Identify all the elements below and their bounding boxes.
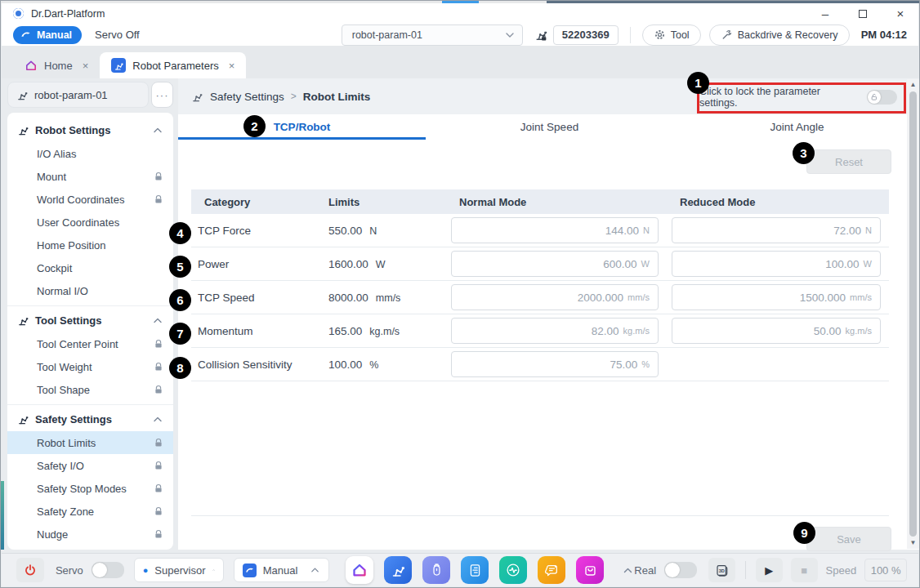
lock-toggle[interactable] (867, 90, 897, 105)
scrollbar-thumb[interactable] (909, 91, 917, 537)
dock-log-message-icon[interactable] (538, 556, 565, 584)
table-row-power: Power 1600.00W 600.00W 100.00W (191, 247, 889, 281)
play-button[interactable]: ▶ (756, 558, 783, 582)
dock-store-icon[interactable] (576, 556, 604, 584)
manual-mode-button[interactable]: Manual (13, 26, 82, 44)
chevron-down-icon (504, 29, 516, 41)
dock-jog-remote-icon[interactable] (422, 556, 450, 584)
save-button[interactable]: Save (806, 527, 891, 551)
sidebar-param-name: robot-param-01 (7, 82, 149, 108)
scroll-down-icon[interactable]: ▼ (910, 537, 917, 549)
play-icon: ▶ (765, 564, 773, 577)
robot-lock-icon (534, 28, 548, 42)
sidebar-item-tool-weight[interactable]: Tool Weight (7, 355, 173, 378)
sidebar-item-nudge[interactable]: Nudge (7, 523, 173, 546)
role-select[interactable]: ● Supervisor (134, 558, 224, 582)
backdrive-recovery-button[interactable]: Backdrive & Recovery (709, 24, 850, 46)
robot-icon (16, 89, 29, 101)
minimize-button[interactable]: – (819, 7, 832, 20)
lock-icon (154, 506, 163, 516)
role-status-dot: ● (143, 565, 149, 575)
title-bar: Dr.Dart-Platform – × (2, 3, 918, 24)
scroll-up-icon[interactable]: ▲ (910, 79, 917, 91)
real-mode-toggle[interactable] (664, 562, 697, 578)
sidebar-item-safety-io[interactable]: Safety I/O (7, 454, 173, 477)
servo-status-label: Servo Off (95, 29, 140, 41)
breadcrumb-section: Safety Settings (210, 91, 284, 103)
reduced-mode-input[interactable]: 50.00kg.m/s (672, 318, 881, 344)
param-file-select[interactable]: robot-param-01 (342, 24, 523, 46)
robot-icon (17, 314, 29, 327)
sidebar-item-world-coordinates[interactable]: World Coordinates (7, 188, 173, 211)
robot-icon (17, 413, 29, 425)
vertical-scrollbar[interactable]: ▲ ▼ (907, 79, 919, 549)
sidebar-item-home-position[interactable]: Home Position (7, 234, 173, 256)
section-robot-settings[interactable]: Robot Settings (7, 118, 173, 142)
reset-button[interactable]: Reset (806, 149, 891, 174)
normal-mode-input[interactable]: 144.00N (451, 217, 659, 243)
manual-mode-icon (243, 564, 257, 577)
stop-button[interactable]: ■ (791, 558, 818, 582)
tab-close-icon[interactable]: × (229, 60, 235, 72)
app-icon (13, 8, 24, 19)
unlock-icon (870, 93, 878, 101)
power-button[interactable] (16, 558, 44, 582)
tab-robot-parameters[interactable]: Robot Parameters × (100, 52, 246, 78)
operation-mode-select[interactable]: Manual (234, 558, 330, 582)
annotation-badge-9: 9 (793, 522, 815, 544)
stop-icon: ■ (801, 564, 807, 577)
close-button[interactable]: × (894, 7, 907, 20)
normal-mode-input[interactable]: 75.00% (451, 351, 659, 377)
dock-collapse-icon[interactable] (622, 565, 634, 576)
3d-view-icon: 3D (715, 564, 729, 577)
tab-joint-speed[interactable]: Joint Speed (426, 114, 673, 140)
lock-icon (154, 194, 163, 204)
tcp-robot-content: Reset Category Limits Normal Mode Reduce… (178, 140, 920, 550)
sidebar-item-safety-stop-modes[interactable]: Safety Stop Modes (7, 477, 173, 500)
tab-close-icon[interactable]: × (83, 60, 89, 72)
dock-robot-parameters-icon[interactable] (384, 556, 412, 584)
tab-tcp-robot[interactable]: TCP/Robot (178, 114, 426, 140)
annotation-badge-6: 6 (169, 289, 191, 311)
sidebar-item-safety-zone[interactable]: Safety Zone (7, 500, 173, 523)
maximize-button[interactable] (859, 10, 867, 18)
parameter-tabs: TCP/Robot Joint Speed Joint Angle (178, 114, 920, 140)
sidebar-item-user-coordinates[interactable]: User Coordinates (7, 211, 173, 234)
robot-parameters-icon (111, 58, 126, 73)
lock-icon (154, 461, 163, 470)
reduced-mode-input[interactable]: 1500.000mm/s (672, 284, 881, 310)
sidebar-item-robot-limits[interactable]: Robot Limits (7, 431, 173, 454)
dock-task-writer-icon[interactable] (461, 556, 489, 584)
simulation-3d-button[interactable]: 3D (708, 558, 735, 582)
dock-home-icon[interactable] (346, 556, 373, 584)
servo-toggle[interactable] (92, 562, 124, 578)
tool-button[interactable]: Tool (642, 24, 701, 46)
reduced-mode-input[interactable]: 100.00W (672, 251, 881, 277)
normal-mode-input[interactable]: 600.00W (451, 251, 659, 277)
sidebar-item-io-alias[interactable]: I/O Alias (7, 142, 173, 165)
power-icon (24, 564, 37, 577)
normal-mode-input[interactable]: 82.00kg.m/s (451, 318, 659, 344)
sidebar-item-normal-io[interactable]: Normal I/O (7, 279, 173, 302)
section-tool-settings[interactable]: Tool Settings (7, 308, 173, 332)
table-row-tcp-force: TCP Force 550.00N 144.00N 72.00N (191, 214, 889, 247)
sidebar-item-mount[interactable]: Mount (7, 165, 173, 188)
sidebar-item-tool-shape[interactable]: Tool Shape (7, 378, 173, 401)
section-safety-settings[interactable]: Safety Settings (7, 407, 173, 431)
normal-mode-input[interactable]: 2000.000mm/s (451, 284, 659, 310)
chevron-up-icon (212, 565, 215, 575)
bottom-status-bar: Servo ● Supervisor Manual (2, 553, 918, 586)
reduced-mode-input[interactable]: 72.00N (672, 217, 881, 243)
table-row-collision-sensitivity: Collision Sensitivity 100.00% 75.00% (191, 348, 889, 381)
tab-home[interactable]: Home × (13, 52, 100, 78)
speed-value[interactable]: 100 % (864, 559, 907, 581)
tab-joint-angle[interactable]: Joint Angle (673, 114, 920, 140)
annotation-badge-5: 5 (169, 256, 191, 278)
sidebar-more-button[interactable]: ··· (151, 82, 173, 108)
breadcrumb-page: Robot Limits (303, 91, 371, 103)
top-toolbar: Manual Servo Off robot-param-01 52203369… (2, 24, 918, 46)
dock-monitoring-icon[interactable] (499, 556, 527, 584)
sidebar-item-tool-center-point[interactable]: Tool Center Point (7, 332, 173, 355)
robot-icon (191, 91, 203, 103)
sidebar-item-cockpit[interactable]: Cockpit (7, 256, 173, 279)
